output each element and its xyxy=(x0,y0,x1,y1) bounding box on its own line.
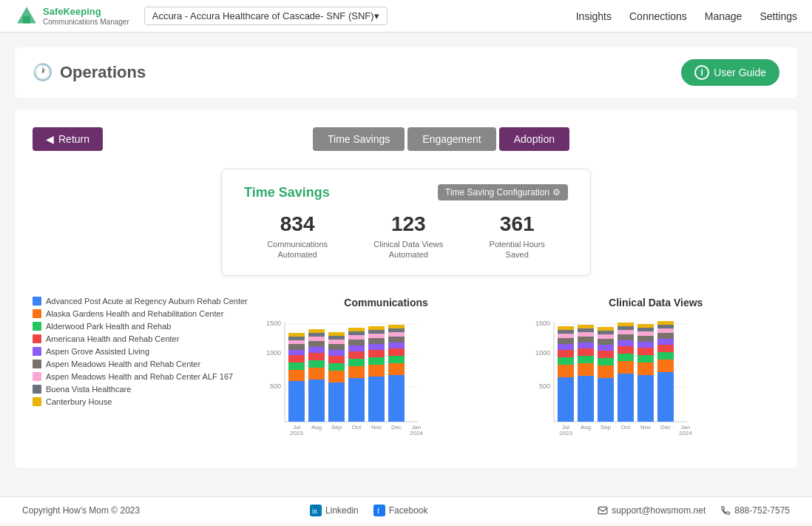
svg-rect-42 xyxy=(348,340,365,345)
legend-color-3 xyxy=(33,334,41,343)
svg-rect-87 xyxy=(558,334,574,338)
legend-item: Alaska Gardens Health and Rehabilitation… xyxy=(33,309,248,318)
gear-icon: ⚙ xyxy=(552,187,561,198)
svg-rect-32 xyxy=(328,350,345,356)
communications-chart-svg: 1500 1000 500 xyxy=(263,314,425,448)
charts-container: Communications 1500 1000 500 xyxy=(263,297,779,450)
svg-rect-108 xyxy=(618,374,634,422)
ts-title: Time Savings xyxy=(244,185,330,200)
legend-label-3: Americana Health and Rehab Center xyxy=(46,334,179,343)
nav-insights[interactable]: Insights xyxy=(576,7,612,25)
svg-rect-126 xyxy=(657,372,674,422)
svg-rect-91 xyxy=(578,363,594,376)
svg-text:Dec: Dec xyxy=(660,424,671,431)
svg-rect-30 xyxy=(328,363,345,371)
svg-rect-23 xyxy=(308,347,325,353)
chevron-left-icon: ◀ xyxy=(46,133,54,145)
tab-engagement[interactable]: Engagement xyxy=(407,127,495,151)
svg-rect-21 xyxy=(308,360,325,368)
stat-hours: 361 Potential HoursSaved xyxy=(490,212,545,260)
clinical-chart-title: Clinical Data Views xyxy=(532,297,779,308)
legend-label-2: Alderwood Park Health and Rehab xyxy=(46,322,171,331)
clinical-chart: Clinical Data Views 1500 1000 500 xyxy=(532,297,779,450)
svg-rect-105 xyxy=(598,334,614,339)
svg-rect-111 xyxy=(618,346,634,354)
svg-rect-14 xyxy=(288,350,305,355)
legend-item: Aspen Grove Assisted Living xyxy=(33,347,248,356)
svg-rect-112 xyxy=(618,340,634,346)
svg-rect-90 xyxy=(578,376,594,422)
svg-rect-118 xyxy=(637,363,654,375)
legend-item: Americana Health and Rehab Center xyxy=(33,334,248,343)
svg-rect-129 xyxy=(657,345,674,352)
ts-config-button[interactable]: Time Saving Configuration ⚙ xyxy=(438,184,568,200)
legend-item: Aspen Meadows Health and Rehab Center AL… xyxy=(33,372,248,381)
svg-rect-20 xyxy=(308,368,325,380)
stat-hours-value: 361 xyxy=(490,212,545,236)
header: SafeKeeping Communications Manager Accur… xyxy=(0,0,812,33)
time-savings-card: Time Savings Time Saving Configuration ⚙… xyxy=(221,169,591,276)
svg-rect-94 xyxy=(578,343,594,348)
legend-item: Canterbury House xyxy=(33,397,248,406)
svg-text:2024: 2024 xyxy=(679,430,692,436)
return-label: Return xyxy=(58,133,89,145)
nav-connections[interactable]: Connections xyxy=(629,7,687,25)
svg-rect-115 xyxy=(618,326,634,330)
phone-item: 888-752-7575 xyxy=(720,505,790,516)
stat-communications-label: CommunicationsAutomated xyxy=(267,239,328,260)
svg-rect-58 xyxy=(388,348,405,356)
user-guide-button[interactable]: i User Guide xyxy=(681,59,779,86)
svg-rect-62 xyxy=(388,328,405,332)
svg-text:Nov: Nov xyxy=(640,424,651,431)
legend-area: Advanced Post Acute at Regency Auburn Re… xyxy=(33,297,248,450)
return-button[interactable]: ◀ Return xyxy=(33,127,103,151)
ts-stats: 834 CommunicationsAutomated 123 Clinical… xyxy=(244,212,568,260)
svg-rect-89 xyxy=(558,326,574,330)
svg-rect-44 xyxy=(348,331,365,335)
svg-rect-110 xyxy=(618,354,634,361)
legend-label-8: Canterbury House xyxy=(46,397,112,406)
svg-rect-99 xyxy=(598,378,614,422)
nav-settings[interactable]: Settings xyxy=(759,7,797,25)
svg-rect-104 xyxy=(598,339,614,345)
tab-time-savings[interactable]: Time Savings xyxy=(313,127,405,151)
legend-label-0: Advanced Post Acute at Regency Auburn Re… xyxy=(46,297,248,306)
ts-header: Time Savings Time Saving Configuration ⚙ xyxy=(244,184,568,200)
support-email: support@howsmom.net xyxy=(612,505,706,516)
svg-rect-119 xyxy=(637,355,654,363)
svg-text:500: 500 xyxy=(270,382,281,390)
svg-rect-25 xyxy=(308,337,325,341)
svg-rect-132 xyxy=(657,328,674,333)
svg-rect-33 xyxy=(328,344,345,350)
phone-number: 888-752-7575 xyxy=(734,505,790,516)
svg-text:Dec: Dec xyxy=(391,424,402,431)
user-guide-label: User Guide xyxy=(714,67,766,78)
svg-rect-1 xyxy=(23,16,30,24)
svg-rect-19 xyxy=(308,380,325,422)
logo-keeping: Keeping xyxy=(63,6,101,17)
org-selector[interactable]: Accura - Accura Healthcare of Cascade- S… xyxy=(144,7,388,25)
legend-label-5: Aspen Meadows Health and Rehab Center xyxy=(46,360,200,368)
svg-text:500: 500 xyxy=(539,382,550,390)
svg-rect-97 xyxy=(578,328,594,332)
svg-rect-40 xyxy=(348,351,365,359)
svg-rect-28 xyxy=(328,382,345,422)
facebook-link[interactable]: f Facebook xyxy=(373,505,428,516)
logo-safekeeping: Safe xyxy=(43,6,63,17)
svg-rect-38 xyxy=(348,366,365,378)
svg-rect-39 xyxy=(348,359,365,366)
svg-rect-51 xyxy=(368,338,385,344)
svg-rect-56 xyxy=(388,363,405,375)
linkedin-link[interactable]: in Linkedin xyxy=(310,505,359,516)
content-area: ◀ Return Time Savings Engagement Adoptio… xyxy=(15,109,797,468)
nav-manage[interactable]: Manage xyxy=(705,7,742,25)
svg-rect-113 xyxy=(618,334,634,340)
svg-rect-41 xyxy=(348,345,365,351)
footer-contact: support@howsmom.net 888-752-7575 xyxy=(598,505,790,516)
stat-communications: 834 CommunicationsAutomated xyxy=(267,212,328,260)
email-icon xyxy=(598,505,608,516)
tab-adoption[interactable]: Adoption xyxy=(499,127,569,151)
svg-rect-125 xyxy=(637,324,654,328)
svg-rect-55 xyxy=(388,375,405,422)
svg-text:1500: 1500 xyxy=(535,320,550,327)
